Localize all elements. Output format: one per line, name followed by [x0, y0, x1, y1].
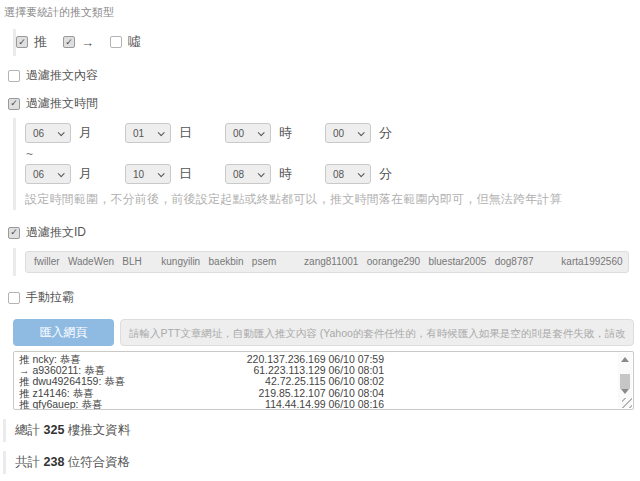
minute-unit-label: 分: [379, 124, 392, 142]
filter-manual-checkbox[interactable]: [8, 292, 20, 304]
month-unit-label: 月: [79, 165, 92, 183]
start-minute-value: 00: [333, 128, 344, 139]
start-minute-select[interactable]: 00: [325, 123, 371, 143]
start-hour-select[interactable]: 00: [225, 123, 271, 143]
article-url-input[interactable]: [120, 319, 634, 346]
start-hour-group: 00 時: [225, 123, 325, 143]
stats-total: 總計 325 樓推文資料: [3, 419, 634, 442]
start-day-select[interactable]: 01: [125, 123, 171, 143]
time-range-hint: 設定時間範圍，不分前後，前後設定起點或終點都可以，推文時間落在範圍內即可，但無法…: [25, 191, 634, 208]
id-filter-block: fwiller WadeWen BLH kungyilin baekbin ps…: [13, 248, 634, 276]
stats-qualified-count: 238: [43, 455, 64, 469]
push-ip-time: 42.72.25.115 06/10 08:02: [224, 376, 384, 387]
day-unit-label: 日: [179, 165, 192, 183]
chevron-down-icon: [58, 170, 65, 177]
stats-total-count: 325: [43, 423, 64, 437]
arrow-checkbox[interactable]: [63, 36, 75, 48]
filter-time-row: 過濾推文時間: [8, 95, 634, 112]
push-label: 推: [34, 33, 47, 51]
filter-content-label: 過濾推文內容: [26, 67, 98, 84]
end-hour-group: 08 時: [225, 164, 325, 184]
start-hour-value: 00: [233, 128, 244, 139]
chevron-down-icon: [158, 129, 165, 136]
push-author: 推 qfy6auep: 恭喜: [19, 399, 224, 410]
page-title: 選擇要統計的推文類型: [4, 5, 634, 20]
push-ip-time: 114.44.14.99 06/10 08:16: [224, 399, 384, 410]
scroll-up-icon[interactable]: [621, 357, 629, 362]
end-month-value: 06: [33, 169, 44, 180]
chevron-down-icon: [358, 170, 365, 177]
filter-manual-row: 手動拉霸: [8, 289, 634, 306]
chevron-down-icon: [58, 129, 65, 136]
end-minute-value: 08: [333, 169, 344, 180]
time-range-separator: ~: [26, 147, 634, 161]
filter-manual-label: 手動拉霸: [26, 289, 74, 306]
import-row: 匯入網頁: [13, 319, 634, 346]
hour-unit-label: 時: [279, 124, 292, 142]
end-day-select[interactable]: 10: [125, 164, 171, 184]
end-month-group: 06 月: [25, 164, 125, 184]
id-filter-input[interactable]: fwiller WadeWen BLH kungyilin baekbin ps…: [25, 251, 629, 273]
hour-unit-label: 時: [279, 165, 292, 183]
chevron-down-icon: [258, 129, 265, 136]
lottery-tool-page: 選擇要統計的推文類型 推 → 噓 過濾推文內容 過濾推文時間 06: [0, 0, 640, 481]
scrollbar-thumb[interactable]: [620, 374, 630, 389]
start-day-group: 01 日: [125, 123, 225, 143]
chevron-down-icon: [358, 129, 365, 136]
end-month-select[interactable]: 06: [25, 164, 71, 184]
stats-qualified-suffix: 位符合資格: [68, 455, 131, 469]
boo-label: 噓: [128, 33, 141, 51]
time-start-row: 06 月 01 日 00 時 00: [25, 123, 634, 143]
filter-time-checkbox[interactable]: [8, 98, 20, 110]
push-type-arrow: →: [63, 35, 94, 50]
start-month-value: 06: [33, 128, 44, 139]
filter-content-row: 過濾推文內容: [8, 67, 634, 84]
resize-grip-icon[interactable]: [622, 398, 632, 408]
scroll-down-icon[interactable]: [621, 389, 629, 394]
chevron-down-icon: [258, 170, 265, 177]
push-checkbox[interactable]: [16, 36, 28, 48]
stats-qualified: 共計 238 位符合資格: [3, 451, 634, 474]
filter-id-label: 過濾推文ID: [26, 224, 86, 241]
start-month-group: 06 月: [25, 123, 125, 143]
stats-qualified-prefix: 共計: [15, 455, 40, 469]
push-lines: 推 ncky: 恭喜 220.137.236.169 06/10 07:59 →…: [14, 352, 633, 410]
stats-total-suffix: 樓推文資料: [68, 423, 131, 437]
boo-checkbox[interactable]: [110, 36, 122, 48]
filter-id-row: 過濾推文ID: [8, 224, 634, 241]
stats-total-prefix: 總計: [15, 423, 40, 437]
filter-id-checkbox[interactable]: [8, 227, 20, 239]
end-minute-group: 08 分: [325, 164, 425, 184]
import-url-button[interactable]: 匯入網頁: [13, 319, 114, 346]
start-minute-group: 00 分: [325, 123, 425, 143]
push-author: 推 dwu49264159: 恭喜: [19, 376, 224, 387]
end-hour-select[interactable]: 08: [225, 164, 271, 184]
push-content-textarea[interactable]: 推 ncky: 恭喜 220.137.236.169 06/10 07:59 →…: [13, 351, 634, 410]
filter-content-checkbox[interactable]: [8, 70, 20, 82]
push-type-group: 推 → 噓: [13, 29, 634, 56]
time-range-block: 06 月 01 日 00 時 00: [13, 118, 634, 210]
push-line: 推 dwu49264159: 恭喜 42.72.25.115 06/10 08:…: [19, 376, 613, 387]
arrow-label: →: [81, 35, 94, 50]
end-day-group: 10 日: [125, 164, 225, 184]
chevron-down-icon: [158, 170, 165, 177]
start-month-select[interactable]: 06: [25, 123, 71, 143]
end-minute-select[interactable]: 08: [325, 164, 371, 184]
end-hour-value: 08: [233, 169, 244, 180]
month-unit-label: 月: [79, 124, 92, 142]
end-day-value: 10: [133, 169, 144, 180]
filter-time-label: 過濾推文時間: [26, 95, 98, 112]
time-end-row: 06 月 10 日 08 時 08: [25, 164, 634, 184]
minute-unit-label: 分: [379, 165, 392, 183]
push-type-push: 推: [16, 33, 47, 51]
start-day-value: 01: [133, 128, 144, 139]
push-type-boo: 噓: [110, 33, 141, 51]
day-unit-label: 日: [179, 124, 192, 142]
push-line: 推 qfy6auep: 恭喜 114.44.14.99 06/10 08:16: [19, 399, 613, 410]
